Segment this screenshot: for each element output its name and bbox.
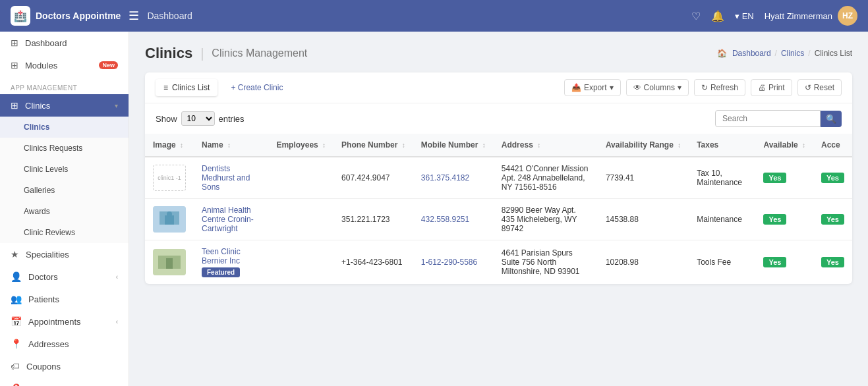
sidebar-item-specialities[interactable]: ★ Specialities bbox=[0, 243, 129, 265]
badge-acce-1: Yes bbox=[821, 173, 844, 183]
sidebar-sub-clinic-reviews[interactable]: Clinic Reviews bbox=[0, 222, 129, 243]
table-row: clinic1 -1 Dentists Medhurst and Sons 60… bbox=[145, 157, 852, 199]
col-availability: Availability Range ↕ bbox=[598, 134, 689, 157]
sidebar-item-addresses[interactable]: 📍 Addresses bbox=[0, 333, 129, 355]
tab-clinics-list[interactable]: ≡ Clinics List bbox=[156, 79, 217, 96]
card-actions: 📤 Export ▾ 👁 Columns ▾ ↻ Refresh 🖨 Print bbox=[564, 79, 842, 96]
sidebar-sub-clinics[interactable]: Clinics bbox=[0, 117, 129, 138]
sidebar-sub-clinics-requests[interactable]: Clinics Requests bbox=[0, 138, 129, 159]
tab-clinics-list-label: Clinics List bbox=[172, 83, 210, 92]
entries-select[interactable]: 10 25 50 100 bbox=[181, 111, 215, 126]
columns-button[interactable]: 👁 Columns ▾ bbox=[626, 79, 689, 96]
faqs-icon: ❓ bbox=[11, 383, 22, 386]
addresses-icon: 📍 bbox=[11, 339, 22, 349]
print-button[interactable]: 🖨 Print bbox=[751, 79, 792, 96]
sort-mobile-icon[interactable]: ↕ bbox=[482, 142, 486, 149]
topnav-left: 🏥 Doctors Appointme ☰ Dashboard bbox=[11, 6, 192, 26]
appointments-arrow-icon: ‹ bbox=[116, 318, 118, 325]
sidebar-sub-clinic-levels[interactable]: Clinic Levels bbox=[0, 159, 129, 180]
cell-acce-2: Yes bbox=[813, 199, 852, 240]
col-phone: Phone Number ↕ bbox=[333, 134, 413, 157]
clinic-name-link-1[interactable]: Dentists Medhurst and Sons bbox=[202, 164, 250, 192]
sort-image-icon[interactable]: ↕ bbox=[180, 142, 183, 149]
breadcrumb-clinics[interactable]: Clinics bbox=[781, 49, 804, 58]
refresh-button[interactable]: ↻ Refresh bbox=[694, 79, 745, 96]
featured-badge-3: Featured bbox=[202, 267, 240, 277]
cell-image-3 bbox=[145, 240, 194, 285]
svg-rect-2 bbox=[165, 215, 174, 225]
user-menu[interactable]: Hyatt Zimmerman HZ bbox=[765, 6, 857, 26]
sort-name-icon[interactable]: ↕ bbox=[227, 142, 231, 149]
clinic-img-svg-3 bbox=[153, 249, 186, 275]
refresh-label: Refresh bbox=[710, 83, 738, 92]
sidebar-item-dashboard[interactable]: ⊞ Dashboard bbox=[0, 32, 129, 54]
search-button[interactable]: 🔍 bbox=[821, 111, 842, 127]
col-acce: Acce bbox=[813, 134, 852, 157]
language-selector[interactable]: ▾ EN bbox=[735, 11, 754, 21]
sort-avail-icon[interactable]: ↕ bbox=[678, 142, 681, 149]
badge-acce-3: Yes bbox=[821, 257, 844, 267]
reset-button[interactable]: ↺ Reset bbox=[797, 79, 842, 96]
page-subtitle: Clinics Management bbox=[212, 47, 307, 59]
menu-toggle-icon[interactable]: ☰ bbox=[129, 9, 139, 23]
clinics-card: ≡ Clinics List + Create Clinic 📤 Export … bbox=[145, 72, 852, 284]
sidebar-label-clinics: Clinics bbox=[25, 101, 108, 111]
app-management-label: App Management bbox=[0, 76, 129, 94]
search-box: 🔍 bbox=[715, 110, 842, 127]
app-name: Doctors Appointme bbox=[36, 11, 121, 21]
sidebar-item-appointments[interactable]: 📅 Appointments ‹ bbox=[0, 310, 129, 333]
search-input[interactable] bbox=[715, 110, 821, 127]
title-separator: | bbox=[200, 46, 204, 61]
export-button[interactable]: 📤 Export ▾ bbox=[564, 79, 621, 96]
table-body: clinic1 -1 Dentists Medhurst and Sons 60… bbox=[145, 157, 852, 284]
sidebar-sub-label-clinic-levels: Clinic Levels bbox=[24, 165, 118, 174]
breadcrumb-icon: 🏠 bbox=[717, 49, 727, 58]
avatar: HZ bbox=[838, 6, 857, 26]
cell-acce-1: Yes bbox=[813, 157, 852, 199]
tab-create-clinic[interactable]: + Create Clinic bbox=[223, 79, 291, 96]
sidebar-sub-galleries[interactable]: Galleries bbox=[0, 180, 129, 201]
cell-taxes-3: Tools Fee bbox=[689, 240, 755, 285]
sidebar-sub-label-awards: Awards bbox=[24, 207, 118, 216]
cell-address-1: 54421 O'Conner Mission Apt. 248 Annabell… bbox=[494, 157, 598, 199]
sidebar-item-faqs[interactable]: ❓ Faqs ‹ bbox=[0, 377, 129, 386]
sidebar-label-specialities: Specialities bbox=[26, 250, 118, 260]
topnav-right: ♡ 🔔 ▾ EN Hyatt Zimmerman HZ bbox=[691, 6, 857, 26]
list-icon: ≡ bbox=[163, 83, 168, 92]
cell-image-1: clinic1 -1 bbox=[145, 157, 194, 199]
col-employees: Employees ↕ bbox=[268, 134, 333, 157]
sidebar-item-clinics[interactable]: ⊞ Clinics ▾ bbox=[0, 94, 129, 117]
cell-image-2 bbox=[145, 199, 194, 240]
sort-address-icon[interactable]: ↕ bbox=[537, 142, 540, 149]
bell-icon[interactable]: 🔔 bbox=[711, 10, 724, 22]
sidebar-label-modules: Modules bbox=[25, 61, 92, 70]
sidebar-item-modules[interactable]: ⊞ Modules New bbox=[0, 54, 129, 76]
clinic-name-link-2[interactable]: Animal Health Centre Cronin-Cartwright bbox=[202, 206, 254, 233]
sort-phone-icon[interactable]: ↕ bbox=[402, 142, 405, 149]
sidebar-sub-label-clinic-reviews: Clinic Reviews bbox=[24, 228, 118, 237]
breadcrumb-dashboard[interactable]: Dashboard bbox=[732, 49, 771, 58]
sort-employees-icon[interactable]: ↕ bbox=[322, 142, 326, 149]
cell-name-3: Teen Clinic Bernier Inc Featured bbox=[194, 240, 268, 285]
sidebar-item-patients[interactable]: 👥 Patients bbox=[0, 288, 129, 310]
topnav-dashboard-link[interactable]: Dashboard bbox=[147, 11, 192, 21]
user-name: Hyatt Zimmerman bbox=[765, 11, 832, 21]
clinic-name-link-3[interactable]: Teen Clinic Bernier Inc bbox=[202, 247, 241, 265]
cell-available-2: Yes bbox=[755, 199, 813, 240]
sidebar-sub-awards[interactable]: Awards bbox=[0, 201, 129, 222]
cell-taxes-2: Maintenance bbox=[689, 199, 755, 240]
clinics-submenu: Clinics Clinics Requests Clinic Levels G… bbox=[0, 117, 129, 243]
sort-available-icon[interactable]: ↕ bbox=[802, 142, 805, 149]
badge-acce-2: Yes bbox=[821, 214, 844, 225]
sidebar-item-coupons[interactable]: 🏷 Coupons bbox=[0, 355, 129, 377]
doctors-arrow-icon: ‹ bbox=[116, 273, 118, 281]
columns-label: Columns bbox=[644, 83, 675, 92]
breadcrumb-current: Clinics List bbox=[815, 49, 852, 58]
sidebar-item-doctors[interactable]: 👤 Doctors ‹ bbox=[0, 265, 129, 288]
tab-create-label: + Create Clinic bbox=[231, 83, 283, 92]
table-header: Image ↕ Name ↕ Employees ↕ Phone Number … bbox=[145, 134, 852, 157]
print-label: Print bbox=[768, 83, 785, 92]
heart-icon[interactable]: ♡ bbox=[691, 10, 701, 22]
card-tab-left: ≡ Clinics List + Create Clinic bbox=[156, 79, 291, 96]
cell-phone-3: +1-364-423-6801 bbox=[333, 240, 413, 285]
